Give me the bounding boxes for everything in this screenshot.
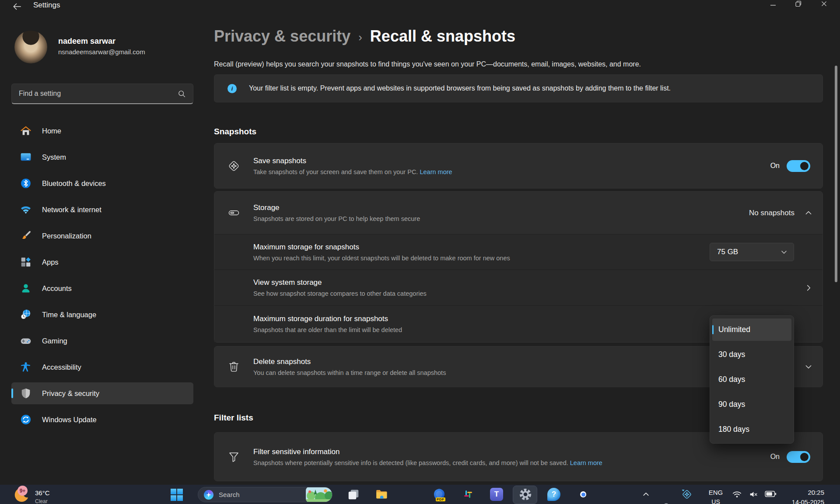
breadcrumb: Privacy & security › Recall & snapshots: [214, 27, 823, 46]
storage-row[interactable]: Storage Snapshots are stored on your PC …: [214, 192, 822, 234]
shield-icon: [20, 388, 32, 399]
toggle-knob: [800, 453, 808, 461]
chevron-up-icon: [794, 209, 822, 217]
accessibility-icon: [20, 361, 32, 373]
view-storage-description: See how snapshot storage compares to oth…: [253, 290, 794, 297]
onedrive-icon[interactable]: i: [660, 502, 672, 504]
sidebar-item-system[interactable]: System: [11, 146, 193, 168]
learn-more-link[interactable]: Learn more: [570, 459, 602, 466]
sidebar-item-label: Windows Update: [42, 416, 97, 424]
filter-sensitive-title: Filter sensitive information: [253, 448, 770, 456]
page-title: Recall & snapshots: [370, 27, 515, 46]
taskbar-search[interactable]: Search: [198, 487, 332, 502]
bluetooth-icon: [20, 178, 32, 189]
sidebar-item-network[interactable]: Network & internet: [11, 199, 193, 220]
funnel-icon: [214, 451, 253, 463]
tray-chevron-up-icon[interactable]: [642, 490, 650, 498]
system-icon: [20, 151, 32, 163]
pdf-app-icon[interactable]: PDF: [433, 488, 446, 501]
save-snapshots-toggle[interactable]: [787, 160, 810, 172]
sidebar-item-accounts[interactable]: Accounts: [11, 277, 193, 299]
weather-widget[interactable]: 9+ 36°C Clear: [13, 486, 50, 504]
snapshot-icon: [214, 160, 253, 172]
max-storage-select[interactable]: 75 GB: [710, 243, 794, 261]
back-button[interactable]: [10, 0, 24, 13]
dropdown-option-90-days[interactable]: 90 days: [712, 393, 791, 416]
recall-tray-icon[interactable]: [681, 489, 693, 500]
save-snapshots-description: Take snapshots of your screen and save t…: [253, 168, 770, 175]
breadcrumb-parent[interactable]: Privacy & security: [214, 27, 350, 46]
weather-condition: Clear: [35, 498, 50, 504]
view-storage-text: View system storage See how snapshot sto…: [253, 278, 794, 297]
max-storage-text: Maximum storage for snapshots When you r…: [253, 243, 710, 262]
get-help-icon[interactable]: ?: [547, 488, 560, 501]
apps-icon: [20, 256, 32, 268]
sidebar-item-windows-update[interactable]: Windows Update: [11, 409, 193, 430]
breadcrumb-separator: ›: [358, 31, 362, 44]
learn-more-link[interactable]: Learn more: [420, 168, 452, 175]
sidebar-item-time-language[interactable]: Time & language: [11, 304, 193, 326]
search-sparkle-icon: [204, 490, 214, 500]
chevron-right-icon: [794, 284, 822, 292]
tray-battery-icon[interactable]: [765, 490, 777, 498]
notification-badge: 9+: [18, 486, 28, 496]
sidebar-item-apps[interactable]: Apps: [11, 251, 193, 273]
dropdown-option-unlimited[interactable]: Unlimited: [712, 318, 791, 341]
view-storage-row[interactable]: View system storage See how snapshot sto…: [214, 270, 822, 305]
sidebar-item-label: Privacy & security: [42, 389, 99, 398]
dropdown-option-180-days[interactable]: 180 days: [712, 418, 791, 441]
info-banner: i Your filter list is empty. Prevent app…: [214, 74, 823, 102]
weather-temp: 36°C: [35, 489, 50, 497]
vertical-scrollbar[interactable]: [835, 66, 837, 282]
file-explorer-icon[interactable]: [375, 488, 388, 501]
settings-gear-icon[interactable]: [519, 488, 532, 501]
max-storage-description: When you reach this limit, your oldest s…: [253, 255, 710, 262]
desktop: { "colors": { "accent": "#4cc2ff", "link…: [0, 0, 840, 504]
weather-text: 36°C Clear: [35, 486, 50, 504]
sidebar-item-label: Bluetooth & devices: [42, 179, 106, 188]
sidebar-item-gaming[interactable]: Gaming: [11, 330, 193, 352]
search-input[interactable]: [12, 90, 178, 98]
clock[interactable]: 20:25 14-05-2025: [792, 489, 824, 504]
filter-sensitive-toggle[interactable]: [787, 451, 810, 463]
taskbar: 9+ 36°C Clear Search PDF T: [0, 485, 840, 504]
chrome-icon[interactable]: [577, 488, 590, 501]
filter-sensitive-toggle-group: On: [770, 451, 810, 463]
tray-volume-muted-icon[interactable]: [748, 490, 759, 499]
search-icon: [178, 90, 193, 98]
toggle-state-label: On: [770, 453, 780, 461]
sidebar-item-bluetooth[interactable]: Bluetooth & devices: [11, 172, 193, 194]
page-description: Recall (preview) helps you search your s…: [214, 60, 823, 68]
max-storage-row: Maximum storage for snapshots When you r…: [214, 234, 822, 270]
home-icon: [20, 125, 32, 136]
clock-time: 20:25: [792, 489, 824, 496]
search-highlight-image: [306, 487, 332, 502]
back-arrow-icon: [12, 2, 22, 11]
language-switcher[interactable]: ENG US: [706, 489, 725, 504]
sidebar-item-personalization[interactable]: Personalization: [11, 225, 193, 247]
gamepad-icon: [20, 335, 32, 346]
duration-dropdown-flyout: Unlimited 30 days 60 days 90 days 180 da…: [710, 315, 794, 444]
sidebar-item-privacy-security[interactable]: Privacy & security: [11, 382, 193, 404]
storage-drive-icon: [214, 207, 253, 219]
sidebar-item-home[interactable]: Home: [11, 120, 193, 142]
taskbar-search-label: Search: [219, 491, 306, 498]
window-title: Settings: [33, 1, 60, 10]
task-view-icon[interactable]: [347, 488, 360, 501]
start-button[interactable]: [170, 488, 183, 501]
sidebar-item-label: Home: [42, 127, 61, 135]
toggle-state-label: On: [770, 162, 780, 170]
globe-clock-icon: [20, 309, 32, 320]
teams-icon[interactable]: T: [490, 488, 503, 501]
storage-value: No snapshots: [749, 209, 794, 217]
dropdown-option-30-days[interactable]: 30 days: [712, 343, 791, 366]
sidebar-item-label: Accessibility: [42, 363, 81, 371]
tray-wifi-icon[interactable]: [732, 490, 742, 499]
edge-icon[interactable]: [404, 488, 417, 501]
sidebar-item-accessibility[interactable]: Accessibility: [11, 356, 193, 378]
save-snapshots-card: Save snapshots Take snapshots of your sc…: [214, 143, 823, 189]
slack-icon[interactable]: [462, 488, 475, 501]
dropdown-option-60-days[interactable]: 60 days: [712, 368, 791, 391]
find-setting-search[interactable]: [11, 84, 193, 104]
sidebar-item-label: Network & internet: [42, 206, 102, 214]
